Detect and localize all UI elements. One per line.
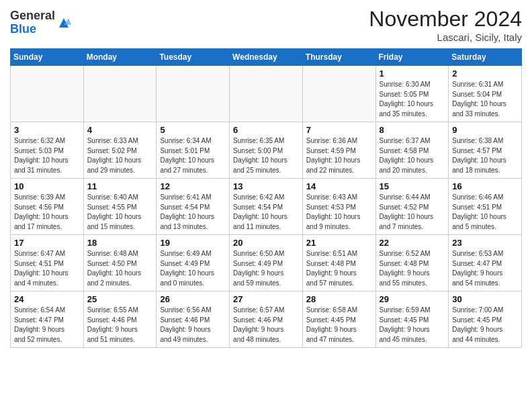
day-number: 5 (160, 125, 226, 135)
day-info: Sunrise: 6:40 AM Sunset: 4:55 PM Dayligh… (87, 193, 153, 232)
header: General Blue November 2024 Lascari, Sici… (10, 7, 522, 43)
logo-icon (56, 15, 71, 30)
day-number: 19 (160, 238, 226, 248)
day-info: Sunrise: 6:50 AM Sunset: 4:49 PM Dayligh… (233, 249, 299, 288)
day-number: 9 (452, 125, 518, 135)
day-number: 26 (160, 294, 226, 304)
calendar-cell (83, 66, 157, 122)
calendar-cell: 3Sunrise: 6:32 AM Sunset: 5:03 PM Daylig… (11, 122, 84, 179)
calendar-week-row: 24Sunrise: 6:54 AM Sunset: 4:47 PM Dayli… (11, 291, 522, 348)
day-number: 6 (233, 125, 299, 135)
calendar-cell: 28Sunrise: 6:58 AM Sunset: 4:45 PM Dayli… (302, 291, 375, 348)
day-number: 4 (87, 125, 153, 135)
calendar-cell: 5Sunrise: 6:34 AM Sunset: 5:01 PM Daylig… (157, 122, 230, 179)
calendar-cell: 4Sunrise: 6:33 AM Sunset: 5:02 PM Daylig… (83, 122, 157, 179)
calendar-cell: 30Sunrise: 7:00 AM Sunset: 4:45 PM Dayli… (449, 291, 522, 348)
calendar-cell (302, 66, 375, 122)
calendar-cell: 20Sunrise: 6:50 AM Sunset: 4:49 PM Dayli… (230, 235, 303, 291)
calendar-cell: 17Sunrise: 6:47 AM Sunset: 4:51 PM Dayli… (11, 235, 84, 291)
calendar-week-row: 10Sunrise: 6:39 AM Sunset: 4:56 PM Dayli… (11, 179, 522, 235)
calendar-cell: 25Sunrise: 6:55 AM Sunset: 4:46 PM Dayli… (83, 291, 157, 348)
weekday-header: Thursday (302, 49, 375, 66)
day-number: 28 (306, 294, 372, 304)
day-info: Sunrise: 6:35 AM Sunset: 5:00 PM Dayligh… (233, 136, 299, 175)
day-number: 25 (87, 294, 153, 304)
day-info: Sunrise: 6:47 AM Sunset: 4:51 PM Dayligh… (14, 249, 80, 288)
weekday-header: Tuesday (157, 49, 230, 66)
day-number: 3 (14, 125, 80, 135)
day-number: 17 (14, 238, 80, 248)
weekday-header: Monday (83, 49, 157, 66)
day-info: Sunrise: 6:55 AM Sunset: 4:46 PM Dayligh… (87, 306, 153, 345)
title-block: November 2024 Lascari, Sicily, Italy (369, 7, 522, 43)
day-info: Sunrise: 6:54 AM Sunset: 4:47 PM Dayligh… (14, 306, 80, 345)
calendar-cell: 26Sunrise: 6:56 AM Sunset: 4:46 PM Dayli… (157, 291, 230, 348)
day-info: Sunrise: 6:39 AM Sunset: 4:56 PM Dayligh… (14, 193, 80, 232)
logo: General Blue (10, 9, 71, 36)
calendar-cell: 1Sunrise: 6:30 AM Sunset: 5:05 PM Daylig… (375, 66, 449, 122)
day-info: Sunrise: 6:32 AM Sunset: 5:03 PM Dayligh… (14, 136, 80, 175)
weekday-header: Friday (375, 49, 449, 66)
day-number: 7 (306, 125, 372, 135)
day-number: 24 (14, 294, 80, 304)
weekday-header: Sunday (11, 49, 84, 66)
day-info: Sunrise: 6:38 AM Sunset: 4:57 PM Dayligh… (452, 136, 518, 175)
day-number: 21 (306, 238, 372, 248)
day-number: 11 (87, 181, 153, 191)
logo-text: General Blue (10, 9, 55, 36)
day-info: Sunrise: 6:34 AM Sunset: 5:01 PM Dayligh… (160, 136, 226, 175)
calendar-cell: 10Sunrise: 6:39 AM Sunset: 4:56 PM Dayli… (11, 179, 84, 235)
day-info: Sunrise: 6:42 AM Sunset: 4:54 PM Dayligh… (233, 193, 299, 232)
day-info: Sunrise: 6:57 AM Sunset: 4:46 PM Dayligh… (233, 306, 299, 345)
day-number: 12 (160, 181, 226, 191)
day-number: 16 (452, 181, 518, 191)
calendar-cell: 22Sunrise: 6:52 AM Sunset: 4:48 PM Dayli… (375, 235, 449, 291)
weekday-header-row: SundayMondayTuesdayWednesdayThursdayFrid… (11, 49, 522, 66)
day-info: Sunrise: 6:51 AM Sunset: 4:48 PM Dayligh… (306, 249, 372, 288)
calendar-cell: 9Sunrise: 6:38 AM Sunset: 4:57 PM Daylig… (449, 122, 522, 179)
calendar-cell: 16Sunrise: 6:46 AM Sunset: 4:51 PM Dayli… (449, 179, 522, 235)
day-info: Sunrise: 6:48 AM Sunset: 4:50 PM Dayligh… (87, 249, 153, 288)
calendar-cell: 14Sunrise: 6:43 AM Sunset: 4:53 PM Dayli… (302, 179, 375, 235)
calendar-week-row: 3Sunrise: 6:32 AM Sunset: 5:03 PM Daylig… (11, 122, 522, 179)
day-info: Sunrise: 6:33 AM Sunset: 5:02 PM Dayligh… (87, 136, 153, 175)
day-number: 20 (233, 238, 299, 248)
day-number: 10 (14, 181, 80, 191)
day-info: Sunrise: 6:37 AM Sunset: 4:58 PM Dayligh… (380, 136, 445, 175)
calendar-cell: 15Sunrise: 6:44 AM Sunset: 4:52 PM Dayli… (375, 179, 449, 235)
day-number: 30 (452, 294, 518, 304)
day-info: Sunrise: 6:46 AM Sunset: 4:51 PM Dayligh… (452, 193, 518, 232)
calendar-week-row: 1Sunrise: 6:30 AM Sunset: 5:05 PM Daylig… (11, 66, 522, 122)
day-number: 8 (380, 125, 445, 135)
day-number: 23 (452, 238, 518, 248)
day-info: Sunrise: 6:58 AM Sunset: 4:45 PM Dayligh… (306, 306, 372, 345)
day-info: Sunrise: 6:31 AM Sunset: 5:04 PM Dayligh… (452, 80, 518, 119)
weekday-header: Wednesday (230, 49, 303, 66)
day-info: Sunrise: 6:36 AM Sunset: 4:59 PM Dayligh… (306, 136, 372, 175)
day-info: Sunrise: 6:59 AM Sunset: 4:45 PM Dayligh… (380, 306, 445, 345)
day-info: Sunrise: 6:30 AM Sunset: 5:05 PM Dayligh… (380, 80, 445, 119)
day-number: 14 (306, 181, 372, 191)
day-number: 27 (233, 294, 299, 304)
location: Lascari, Sicily, Italy (369, 32, 522, 43)
day-number: 15 (380, 181, 445, 191)
logo-general: General (10, 9, 55, 22)
calendar-cell: 24Sunrise: 6:54 AM Sunset: 4:47 PM Dayli… (11, 291, 84, 348)
day-info: Sunrise: 6:53 AM Sunset: 4:47 PM Dayligh… (452, 249, 518, 288)
day-info: Sunrise: 6:41 AM Sunset: 4:54 PM Dayligh… (160, 193, 226, 232)
calendar-cell: 27Sunrise: 6:57 AM Sunset: 4:46 PM Dayli… (230, 291, 303, 348)
day-info: Sunrise: 6:52 AM Sunset: 4:48 PM Dayligh… (380, 249, 445, 288)
calendar-cell: 19Sunrise: 6:49 AM Sunset: 4:49 PM Dayli… (157, 235, 230, 291)
calendar-cell (157, 66, 230, 122)
day-info: Sunrise: 6:49 AM Sunset: 4:49 PM Dayligh… (160, 249, 226, 288)
calendar-cell: 23Sunrise: 6:53 AM Sunset: 4:47 PM Dayli… (449, 235, 522, 291)
day-number: 2 (452, 68, 518, 79)
day-number: 1 (380, 68, 445, 79)
day-number: 13 (233, 181, 299, 191)
calendar-cell: 11Sunrise: 6:40 AM Sunset: 4:55 PM Dayli… (83, 179, 157, 235)
weekday-header: Saturday (449, 49, 522, 66)
calendar-week-row: 17Sunrise: 6:47 AM Sunset: 4:51 PM Dayli… (11, 235, 522, 291)
calendar-cell: 18Sunrise: 6:48 AM Sunset: 4:50 PM Dayli… (83, 235, 157, 291)
calendar-cell: 6Sunrise: 6:35 AM Sunset: 5:00 PM Daylig… (230, 122, 303, 179)
page: General Blue November 2024 Lascari, Sici… (0, 0, 532, 411)
